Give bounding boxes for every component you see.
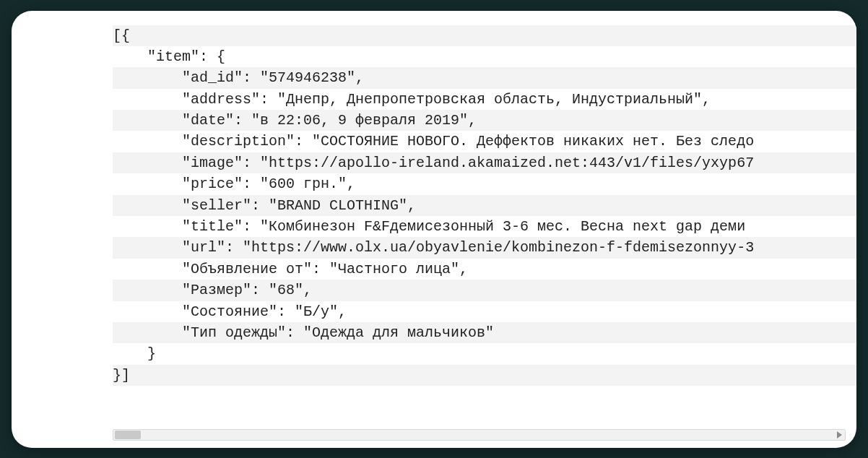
scrollbar-thumb[interactable] xyxy=(115,431,141,439)
code-line: "Тип одежды": "Одежда для мальчиков" xyxy=(113,322,856,343)
code-text: }] xyxy=(113,367,130,384)
code-card: [{ "item": { "ad_id": "574946238", "addr… xyxy=(12,11,856,448)
code-line: "Размер": "68", xyxy=(113,280,856,301)
code-line: "ad_id": "574946238", xyxy=(113,67,856,88)
code-line: "description": "СОСТОЯНИЕ НОВОГО. Деффек… xyxy=(113,131,856,152)
code-line: [{ xyxy=(113,25,856,46)
scroll-right-arrow-icon[interactable] xyxy=(837,431,842,438)
code-text: "image": "https://apollo-ireland.akamaiz… xyxy=(182,155,754,171)
code-text: "ad_id": "574946238", xyxy=(182,69,364,86)
code-line: "date": "в 22:06, 9 февраля 2019", xyxy=(113,110,856,131)
code-line: "Состояние": "Б/у", xyxy=(113,301,856,322)
code-text: "price": "600 грн.", xyxy=(182,176,355,192)
code-text: "seller": "BRAND CLOTHING", xyxy=(182,197,416,214)
code-line: } xyxy=(113,343,856,364)
code-line: "Объявление от": "Частного лица", xyxy=(113,259,856,280)
code-line: "item": { xyxy=(113,46,856,67)
code-line: "address": "Днепр, Днепропетровская обла… xyxy=(113,89,856,110)
code-line: "url": "https://www.olx.ua/obyavlenie/ko… xyxy=(113,237,856,258)
code-text: } xyxy=(147,345,156,362)
horizontal-scrollbar[interactable] xyxy=(113,429,846,441)
code-line-blank xyxy=(113,386,856,407)
code-text: "item": { xyxy=(147,48,225,65)
code-text: "Состояние": "Б/у", xyxy=(182,303,347,320)
code-line: "title": "Комбинезон F&Fдемисезонный 3-6… xyxy=(113,216,856,237)
code-text: "date": "в 22:06, 9 февраля 2019", xyxy=(182,112,477,129)
code-text: "description": "СОСТОЯНИЕ НОВОГО. Деффек… xyxy=(182,133,754,150)
code-line: "price": "600 грн.", xyxy=(113,173,856,194)
code-line: }] xyxy=(113,365,856,386)
code-text: "Размер": "68", xyxy=(182,282,312,298)
code-text: "address": "Днепр, Днепропетровская обла… xyxy=(182,91,711,108)
code-text: "url": "https://www.olx.ua/obyavlenie/ko… xyxy=(182,239,754,256)
code-viewport: [{ "item": { "ad_id": "574946238", "addr… xyxy=(12,25,856,430)
code-text: "Объявление от": "Частного лица", xyxy=(182,261,468,277)
code-text: "title": "Комбинезон F&Fдемисезонный 3-6… xyxy=(182,218,745,235)
code-line: "seller": "BRAND CLOTHING", xyxy=(113,195,856,216)
code-line: "image": "https://apollo-ireland.akamaiz… xyxy=(113,152,856,173)
code-text: [{ xyxy=(113,27,130,44)
code-text: "Тип одежды": "Одежда для мальчиков" xyxy=(182,324,494,341)
